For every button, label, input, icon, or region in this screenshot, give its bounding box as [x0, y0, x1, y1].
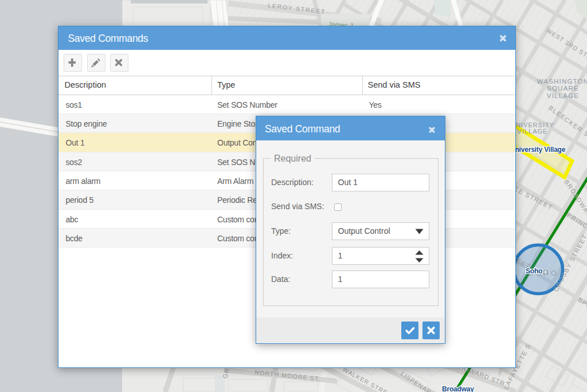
svg-text:VILLAGE: VILLAGE [518, 128, 548, 135]
svg-text:University Village: University Village [510, 146, 566, 154]
svg-text:UNIVERSITY: UNIVERSITY [511, 121, 554, 128]
svg-text:Soho: Soho [526, 267, 542, 275]
svg-text:SQUARE: SQUARE [547, 85, 579, 92]
svg-text:Broadway: Broadway [442, 385, 474, 392]
svg-text:VILLAGE: VILLAGE [547, 92, 579, 99]
svg-text:WASHINGTON: WASHINGTON [537, 78, 587, 85]
